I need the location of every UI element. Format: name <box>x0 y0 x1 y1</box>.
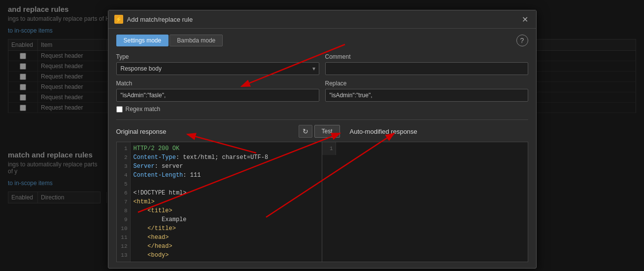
modal-titlebar: ⚡ Add match/replace rule ✕ <box>108 10 536 29</box>
refresh-button[interactable]: ↻ <box>299 125 312 138</box>
modal-title-text: Add match/replace rule <box>127 16 516 23</box>
comment-label: Comment <box>325 53 528 60</box>
comment-input[interactable] <box>325 62 528 75</box>
modal-dialog: ⚡ Add match/replace rule ✕ Settings mode… <box>108 10 537 269</box>
match-label: Match <box>116 80 319 87</box>
original-editor: 12345 678910 111213 HTTP/2 200 OK Conten… <box>117 142 322 262</box>
replace-label: Replace <box>325 80 528 87</box>
auto-modified-editor-content <box>336 142 528 146</box>
test-header-row: Original response ↻ Test Auto-modified r… <box>116 125 528 138</box>
match-input[interactable] <box>116 89 319 102</box>
modal-icon: ⚡ <box>114 15 123 24</box>
tab-settings-mode[interactable]: Settings mode <box>116 35 169 46</box>
tab-bambda-mode[interactable]: Bambda mode <box>169 35 223 46</box>
tabs-row: Settings mode Bambda mode ? <box>116 35 528 46</box>
modal-body: Settings mode Bambda mode ? Type Request… <box>108 29 536 268</box>
original-editor-content: HTTP/2 200 OK Content-Type: text/html; c… <box>131 142 322 262</box>
type-select[interactable]: Request header Request body Response hea… <box>116 62 319 75</box>
editors-row: 12345 678910 111213 HTTP/2 200 OK Conten… <box>116 142 528 262</box>
regex-label: Regex match <box>126 106 161 113</box>
type-comment-row: Type Request header Request body Respons… <box>116 53 528 75</box>
help-button[interactable]: ? <box>516 35 528 46</box>
close-button[interactable]: ✕ <box>520 14 530 24</box>
test-button[interactable]: Test <box>314 125 340 138</box>
replace-input[interactable] <box>325 89 528 102</box>
match-replace-row: Match Replace <box>116 80 528 102</box>
replace-group: Replace <box>325 80 528 102</box>
auto-modified-editor: 1 <box>322 142 528 262</box>
regex-row: Regex match <box>116 106 528 113</box>
modal-overlay: ⚡ Add match/replace rule ✕ Settings mode… <box>0 0 644 271</box>
line-numbers-right: 1 <box>322 142 336 155</box>
test-section: Original response ↻ Test Auto-modified r… <box>116 119 528 262</box>
type-group: Type Request header Request body Respons… <box>116 53 319 75</box>
tabs-container: Settings mode Bambda mode <box>116 35 223 46</box>
type-select-wrapper: Request header Request body Response hea… <box>116 62 319 75</box>
type-label: Type <box>116 53 319 60</box>
original-response-label: Original response <box>116 128 295 135</box>
test-buttons: ↻ Test <box>299 125 340 138</box>
comment-group: Comment <box>325 53 528 75</box>
line-numbers-left: 12345 678910 111213 <box>117 142 131 262</box>
regex-checkbox[interactable] <box>116 106 123 113</box>
auto-modified-label: Auto-modified response <box>350 128 528 135</box>
match-group: Match <box>116 80 319 102</box>
